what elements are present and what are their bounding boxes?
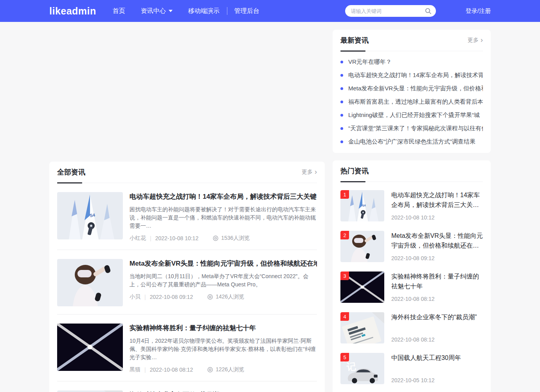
banner-placeholder <box>49 22 325 162</box>
nav-item-admin[interactable]: 管理后台 <box>234 7 259 15</box>
eye-icon <box>207 294 213 300</box>
hot-item-info: 中国载人航天工程30周年 2022-10-05 10:12 <box>391 353 483 384</box>
latest-item-text: 金山电池公布“沪广深市民绿色生活方式”调查结果 <box>348 138 475 146</box>
hot-item-title: 电动车超快充之战打响！14家车企布局，解读技术背后三大关键点 <box>391 190 483 210</box>
article-info: 实验精神终将胜利：量子纠缠的祛魅七十年 10月4日，2022年诺贝尔物理学奖公布… <box>130 324 317 373</box>
nav-item-mobile-demo-label: 移动端演示 <box>188 7 220 15</box>
article-meta: 小贝 | 2022-10-08 09:12 1426人浏览 <box>130 293 317 300</box>
main-column: 全部资讯 更多 › 电动车超快充之战打响！14家车企布局，解读技术背后三大关键点… <box>49 22 325 392</box>
article-meta: 小红花 | 2022-10-08 10:12 1536人浏览 <box>130 235 317 242</box>
hot-item-date: 2022-10-05 10:12 <box>391 377 435 383</box>
nav-item-news-center[interactable]: 资讯中心 <box>141 7 173 15</box>
list-item[interactable]: 福布斯首富易主，透过地球上最富有的人类看背后本质 <box>340 95 483 108</box>
latest-news-card: 最新资讯 更多 › VR元年在哪年？ 电动车超快充之战打响！14家车企布局，解读… <box>333 30 491 153</box>
nav-item-home[interactable]: 首页 <box>113 7 125 15</box>
article-views: 1226人浏览 <box>207 366 244 373</box>
all-news-more-link[interactable]: 更多 › <box>302 169 317 176</box>
search-icon[interactable] <box>425 7 432 14</box>
hot-news-list: 1 电动车超快充之战打响！14家车企布局，解读技术背后三大关键点 2022-10… <box>340 182 483 384</box>
hot-item-thumbnail: 1 <box>340 190 384 221</box>
latest-item-text: VR元年在哪年？ <box>348 58 392 66</box>
article-info: 电动车超快充之战打响！14家车企布局，解读技术背后三大关键点 困扰电动车主的补能… <box>130 192 317 242</box>
search-input[interactable] <box>345 5 436 17</box>
article-views: 1426人浏览 <box>207 293 244 300</box>
nav-divider <box>227 7 227 15</box>
hot-item-info: 海外科技企业寒冬下的“裁员潮” 2022-10-08 08:12 <box>391 312 483 343</box>
rank-badge: 5 <box>340 353 349 361</box>
more-label: 更多 <box>468 37 479 44</box>
article-title: 海外科技企业寒冬下的“裁员潮” <box>130 390 317 392</box>
latest-item-text: “天宫课堂”第三课来了！专家揭秘此次课程与以往有何 <box>348 125 483 132</box>
hot-news-item[interactable]: 5 中国载人航天工程30周年 2022-10-05 10:12 <box>340 353 483 384</box>
article-row[interactable]: 实验精神终将胜利：量子纠缠的祛魅七十年 10月4日，2022年诺贝尔物理学奖公布… <box>57 315 317 381</box>
list-item[interactable]: Lightning破壁，人们已经开始搜索下个撬开苹果“城 <box>340 108 483 122</box>
rank-badge: 2 <box>340 231 349 239</box>
latest-item-text: 电动车超快充之战打响！14家车企布局，解读技术背后三… <box>348 72 483 79</box>
hot-news-item[interactable]: 1 电动车超快充之战打响！14家车企布局，解读技术背后三大关键点 2022-10… <box>340 190 483 221</box>
hot-item-date: 2022-10-08 09:12 <box>391 255 435 261</box>
latest-news-list: VR元年在哪年？ 电动车超快充之战打响！14家车企布局，解读技术背后三… Met… <box>340 51 483 153</box>
article-summary: 困扰电动车主的补能问题将要被解决了！对于需要长途出行的电动汽车车主来说，补能问题… <box>130 205 317 230</box>
chevron-right-icon: › <box>481 36 483 43</box>
login-register-link[interactable]: 登录/注册 <box>466 7 491 15</box>
hot-news-header: 热门资讯 <box>340 160 483 182</box>
article-views-count: 1536人浏览 <box>221 235 250 242</box>
meta-separator: | <box>150 235 151 241</box>
article-title: 电动车超快充之战打响！14家车企布局，解读技术背后三大关键点 <box>130 192 317 201</box>
list-item[interactable]: 金山电池公布“沪广深市民绿色生活方式”调查结果 <box>340 135 483 148</box>
hot-news-item[interactable]: 2 Meta发布全新VR头显：性能向元宇宙升级，但价格和续航还在地球 2022-… <box>340 231 483 262</box>
article-author: 小红花 <box>130 235 146 242</box>
article-row[interactable]: 电动车超快充之战打响！14家车企布局，解读技术背后三大关键点 困扰电动车主的补能… <box>57 183 317 250</box>
article-thumbnail <box>57 324 123 371</box>
rank-badge: 1 <box>340 190 349 199</box>
article-thumbnail <box>57 390 123 392</box>
article-thumbnail <box>57 259 123 306</box>
article-row[interactable]: Meta发布全新VR头显：性能向元宇宙升级，但价格和续航还在地球 当地时间周二（… <box>57 250 317 315</box>
article-row[interactable]: 海外科技企业寒冬下的“裁员潮” <box>57 381 317 392</box>
bullet-dot-icon <box>340 140 343 143</box>
all-news-header: 全部资讯 更多 › <box>57 162 317 183</box>
hot-item-date: 2022-10-08 10:12 <box>391 214 435 221</box>
brand-logo[interactable]: likeadmin <box>49 5 96 17</box>
eye-icon <box>207 367 213 373</box>
list-item[interactable]: “天宫课堂”第三课来了！专家揭秘此次课程与以往有何 <box>340 122 483 135</box>
nav-item-home-label: 首页 <box>113 7 125 15</box>
nav-item-mobile-demo[interactable]: 移动端演示 <box>188 7 220 15</box>
hot-news-item[interactable]: 3 实验精神终将胜利：量子纠缠的祛魅七十年 2022-10-08 08:12 <box>340 272 483 303</box>
article-date: 2022-10-08 10:12 <box>155 235 199 241</box>
latest-item-text: Lightning破壁，人们已经开始搜索下个撬开苹果“城 <box>348 111 480 119</box>
all-news-card: 全部资讯 更多 › 电动车超快充之战打响！14家车企布局，解读技术背后三大关键点… <box>49 162 325 392</box>
chevron-down-icon <box>169 10 173 12</box>
hot-item-title: 中国载人航天工程30周年 <box>391 353 483 363</box>
title-underline <box>57 182 82 183</box>
hot-news-card: 热门资讯 1 电动车超快充之战打响！14家车企布局，解读技术背后三大关键点 20… <box>333 160 491 392</box>
hot-item-thumbnail: 3 <box>340 272 384 303</box>
more-label: 更多 <box>302 169 313 176</box>
hot-news-title: 热门资讯 <box>340 166 369 176</box>
bullet-dot-icon <box>340 101 343 103</box>
article-title: 实验精神终将胜利：量子纠缠的祛魅七十年 <box>130 324 317 333</box>
hot-news-item[interactable]: 4 海外科技企业寒冬下的“裁员潮” 2022-10-08 08:12 <box>340 312 483 343</box>
article-date: 2022-10-08 08:12 <box>150 367 193 373</box>
article-summary: 当地时间周二（10月11日），Meta举办了VR年度大会“Connect 202… <box>130 272 317 289</box>
list-item[interactable]: VR元年在哪年？ <box>340 55 483 68</box>
article-title: Meta发布全新VR头显：性能向元宇宙升级，但价格和续航还在地球 <box>130 259 317 268</box>
list-item[interactable]: 电动车超快充之战打响！14家车企布局，解读技术背后三… <box>340 68 483 82</box>
hot-item-title: 实验精神终将胜利：量子纠缠的祛魅七十年 <box>391 272 483 291</box>
search-box <box>345 5 436 17</box>
bullet-dot-icon <box>340 87 343 90</box>
latest-news-more-link[interactable]: 更多 › <box>468 37 483 44</box>
hot-item-info: Meta发布全新VR头显：性能向元宇宙升级，但价格和续航还在地球 2022-10… <box>391 231 483 262</box>
latest-news-header: 最新资讯 更多 › <box>340 30 483 51</box>
sidebar-column: 最新资讯 更多 › VR元年在哪年？ 电动车超快充之战打响！14家车企布局，解读… <box>333 22 491 392</box>
hot-item-thumbnail: 5 <box>340 353 384 384</box>
bullet-dot-icon <box>340 114 343 117</box>
rank-badge: 3 <box>340 272 349 280</box>
list-item[interactable]: Meta发布全新VR头显：性能向元宇宙升级，但价格和续…还 <box>340 82 483 95</box>
nav-item-admin-label: 管理后台 <box>234 7 259 15</box>
article-summary: 10月4日，2022年诺贝尔物理学奖公布。奖项颁发给了法国科学家阿兰·阿斯佩、美… <box>130 337 317 361</box>
latest-item-text: Meta发布全新VR头显：性能向元宇宙升级，但价格和续…还 <box>348 85 483 92</box>
hot-item-title: 海外科技企业寒冬下的“裁员潮” <box>391 312 483 322</box>
all-news-title: 全部资讯 <box>57 167 85 177</box>
latest-news-title: 最新资讯 <box>340 36 369 45</box>
